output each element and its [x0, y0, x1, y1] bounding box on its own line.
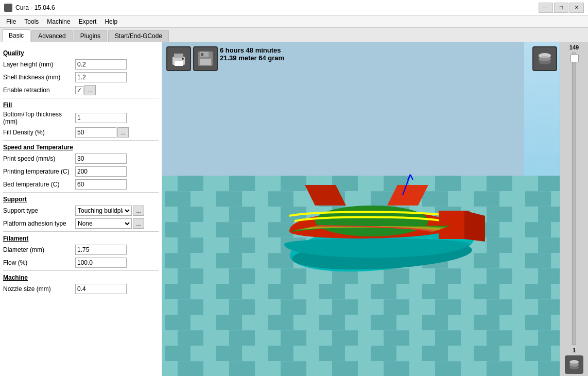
svg-point-13	[569, 365, 579, 369]
print-time: 6 hours 48 minutes	[220, 46, 284, 54]
layer-height-row: Layer height (mm)	[3, 59, 159, 70]
svg-point-3	[182, 58, 184, 60]
diameter-input[interactable]	[75, 245, 127, 255]
support-type-row: Support type Touching buildplate Everywh…	[3, 205, 159, 216]
app-title: Cura - 15.04.6	[15, 4, 55, 11]
menu-tools[interactable]: Tools	[20, 17, 43, 26]
support-type-options-button[interactable]: ...	[133, 206, 144, 216]
platform-adhesion-label: Platform adhesion type	[3, 220, 75, 227]
layer-ruler: 149 1	[560, 42, 588, 376]
nozzle-size-label: Nozzle size (mm)	[3, 285, 75, 293]
titlebar: Cura - 15.04.6 — □ ✕	[0, 0, 588, 15]
svg-rect-2	[175, 61, 183, 66]
shell-thickness-row: Shell thickness (mm)	[3, 72, 159, 83]
menu-expert[interactable]: Expert	[75, 17, 101, 26]
diameter-label: Diameter (mm)	[3, 246, 75, 253]
quality-section-title: Quality	[3, 49, 159, 57]
platform-adhesion-options-button[interactable]: ...	[133, 218, 144, 229]
enable-retraction-label: Enable retraction	[3, 87, 75, 94]
printer-icon	[169, 49, 188, 68]
3d-scene-canvas[interactable]	[162, 42, 588, 376]
menubar: File Tools Machine Expert Help	[0, 15, 588, 28]
platform-adhesion-select[interactable]: None Brim Raft	[75, 218, 132, 229]
fill-density-row: Fill Density (%) ...	[3, 127, 159, 138]
printing-temp-row: Printing temperature (C)	[3, 166, 159, 177]
support-type-select[interactable]: Touching buildplate Everywhere None	[75, 206, 132, 216]
printing-temp-label: Printing temperature (C)	[3, 168, 75, 175]
view-toolbar	[166, 46, 218, 71]
ruler-top-label-left: 149	[569, 44, 579, 50]
nozzle-size-input[interactable]	[75, 284, 127, 294]
fill-density-options-button[interactable]: ...	[117, 127, 129, 138]
layer-height-input[interactable]	[75, 59, 127, 70]
bottom-top-label: Bottom/Top thickness (mm)	[3, 111, 75, 125]
shell-thickness-label: Shell thickness (mm)	[3, 74, 75, 81]
tab-start-end-gcode[interactable]: Start/End-GCode	[108, 30, 169, 42]
fill-section-title: Fill	[3, 101, 159, 109]
fill-density-label: Fill Density (%)	[3, 129, 75, 136]
print-speed-input[interactable]	[75, 153, 127, 164]
print-info: 6 hours 48 minutes 21.39 meter 64 gram	[220, 46, 284, 62]
layers-small-icon	[567, 357, 581, 372]
flow-label: Flow (%)	[3, 259, 75, 266]
flow-row: Flow (%)	[3, 257, 159, 268]
window-controls: — □ ✕	[539, 3, 584, 13]
support-type-label: Support type	[3, 207, 75, 214]
printing-temp-input[interactable]	[75, 166, 127, 177]
print-icon-button[interactable]	[166, 46, 191, 71]
tab-advanced[interactable]: Advanced	[31, 30, 72, 42]
view-mode-button[interactable]	[532, 46, 557, 71]
tab-basic[interactable]: Basic	[2, 29, 30, 42]
speed-temp-section-title: Speed and Temperature	[3, 144, 159, 151]
svg-rect-6	[200, 59, 211, 65]
platform-adhesion-row: Platform adhesion type None Brim Raft ..…	[3, 218, 159, 229]
svg-rect-1	[174, 54, 183, 58]
nozzle-size-row: Nozzle size (mm)	[3, 283, 159, 295]
enable-retraction-checkbox[interactable]: ✓	[75, 86, 83, 94]
bottom-top-input[interactable]	[75, 113, 127, 123]
bed-temp-label: Bed temperature (C)	[3, 181, 75, 188]
print-speed-label: Print speed (mm/s)	[3, 155, 75, 162]
minimize-button[interactable]: —	[539, 3, 553, 13]
support-section-title: Support	[3, 196, 159, 203]
layer-height-label: Layer height (mm)	[3, 61, 75, 68]
svg-point-10	[539, 59, 551, 64]
svg-rect-7	[201, 53, 203, 56]
tab-plugins[interactable]: Plugins	[74, 30, 107, 42]
retraction-options-button[interactable]: ...	[84, 85, 96, 95]
tabbar: Basic Advanced Plugins Start/End-GCode	[0, 28, 588, 42]
layers-icon	[535, 49, 554, 68]
enable-retraction-row: Enable retraction ✓ ...	[3, 84, 159, 96]
app-icon	[4, 4, 12, 12]
maximize-button[interactable]: □	[554, 3, 568, 13]
settings-panel: Quality Layer height (mm) Shell thicknes…	[0, 42, 162, 376]
3d-view-panel[interactable]: 6 hours 48 minutes 21.39 meter 64 gram 1…	[162, 42, 588, 376]
flow-input[interactable]	[75, 258, 127, 268]
ruler-handle[interactable]	[570, 54, 579, 62]
ruler-track[interactable]	[572, 53, 576, 345]
print-speed-row: Print speed (mm/s)	[3, 153, 159, 164]
menu-machine[interactable]: Machine	[43, 17, 74, 26]
machine-section-title: Machine	[3, 274, 159, 281]
bed-temp-input[interactable]	[75, 179, 127, 190]
menu-file[interactable]: File	[2, 17, 20, 26]
bed-temp-row: Bed temperature (C)	[3, 179, 159, 190]
filament-section-title: Filament	[3, 235, 159, 242]
ruler-icon-button[interactable]	[565, 355, 583, 374]
diameter-row: Diameter (mm)	[3, 244, 159, 255]
save-icon-button[interactable]	[193, 46, 218, 71]
save-icon	[196, 49, 215, 68]
print-material: 21.39 meter 64 gram	[220, 54, 284, 62]
menu-help[interactable]: Help	[100, 17, 122, 26]
close-button[interactable]: ✕	[569, 3, 584, 13]
bottom-top-thickness-row: Bottom/Top thickness (mm)	[3, 111, 159, 125]
fill-density-input[interactable]	[75, 127, 116, 138]
ruler-bottom-label: 1	[573, 347, 576, 353]
shell-thickness-input[interactable]	[75, 72, 127, 82]
